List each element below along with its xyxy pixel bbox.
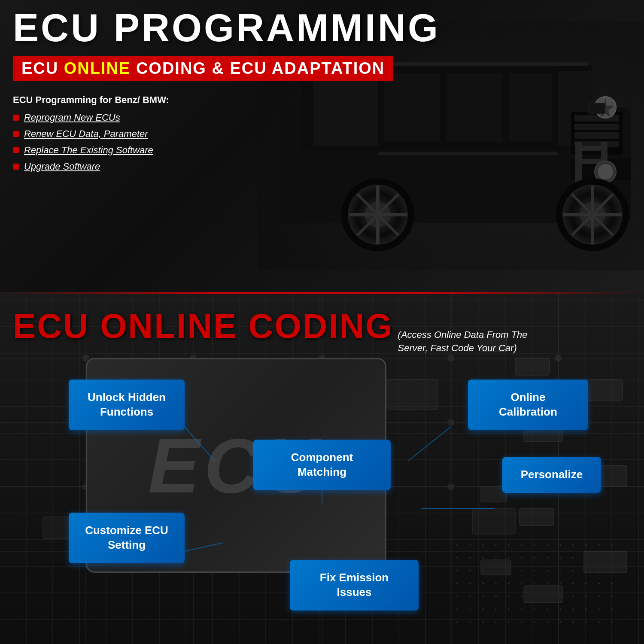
main-title: ECU PROGRAMMING: [13, 9, 440, 47]
customize-ecu-button[interactable]: Customize ECU Setting: [69, 513, 185, 563]
list-text-3: Replace The Existing Software: [24, 145, 153, 156]
svg-rect-73: [519, 508, 554, 526]
personalize-label: Personalize: [521, 468, 583, 481]
svg-rect-75: [481, 560, 511, 575]
svg-rect-76: [524, 586, 562, 603]
svg-rect-68: [515, 358, 550, 375]
ecu-info-section: ECU Programming for Benz/ BMW: Reprogram…: [13, 94, 169, 177]
ecu-info-title: ECU Programming for Benz/ BMW:: [13, 94, 169, 106]
online-calibration-button[interactable]: Online Calibration: [468, 380, 588, 430]
online-cal-label: Online Calibration: [499, 391, 557, 418]
svg-point-56: [447, 419, 454, 426]
fix-emission-button[interactable]: Fix Emission Issues: [290, 560, 419, 611]
subtitle-text: ECU ONLINE CODING & ECU ADAPTATION: [21, 59, 385, 78]
bullet-icon: [13, 115, 19, 121]
online-coding-main-title: ECU ONLINE CODING: [13, 307, 394, 346]
online-coding-title-section: ECU ONLINE CODING (Access Online Data Fr…: [13, 307, 548, 355]
personalize-button[interactable]: Personalize: [502, 457, 601, 493]
svg-rect-77: [584, 551, 627, 573]
svg-point-51: [447, 355, 454, 361]
bullet-icon: [13, 147, 19, 153]
list-text-4: Upgrade Software: [24, 161, 100, 172]
customize-label: Customize ECU Setting: [85, 524, 168, 551]
svg-rect-64: [386, 380, 438, 410]
fix-emission-label: Fix Emission Issues: [320, 571, 389, 598]
online-highlight: ONLINE: [64, 59, 131, 77]
svg-point-61: [447, 483, 454, 490]
unlock-label: Unlock Hidden Functions: [88, 391, 166, 418]
unlock-functions-button[interactable]: Unlock Hidden Functions: [69, 380, 185, 430]
subtitle-bar: ECU ONLINE CODING & ECU ADAPTATION: [13, 56, 393, 81]
list-item: Replace The Existing Software: [13, 145, 169, 156]
online-coding-subtitle: (Access Online Data From The Server, Fas…: [398, 328, 548, 355]
bullet-icon: [13, 164, 19, 170]
component-label: Component Matching: [291, 451, 353, 478]
bottom-section: ECU ECU ONLINE CODING (Access Online Dat…: [0, 294, 644, 644]
bullet-icon: [13, 131, 19, 137]
page-wrapper: ECU PROGRAMMING ECU ONLINE CODING & ECU …: [0, 0, 644, 644]
list-item: Reprogram New ECUs: [13, 112, 169, 123]
component-matching-button[interactable]: Component Matching: [253, 440, 391, 490]
list-text-2: Renew ECU Data, Parameter: [24, 128, 148, 140]
top-section: ECU PROGRAMMING ECU ONLINE CODING & ECU …: [0, 0, 644, 292]
list-item: Upgrade Software: [13, 161, 169, 172]
list-item: Renew ECU Data, Parameter: [13, 128, 169, 140]
list-text-1: Reprogram New ECUs: [24, 112, 120, 123]
